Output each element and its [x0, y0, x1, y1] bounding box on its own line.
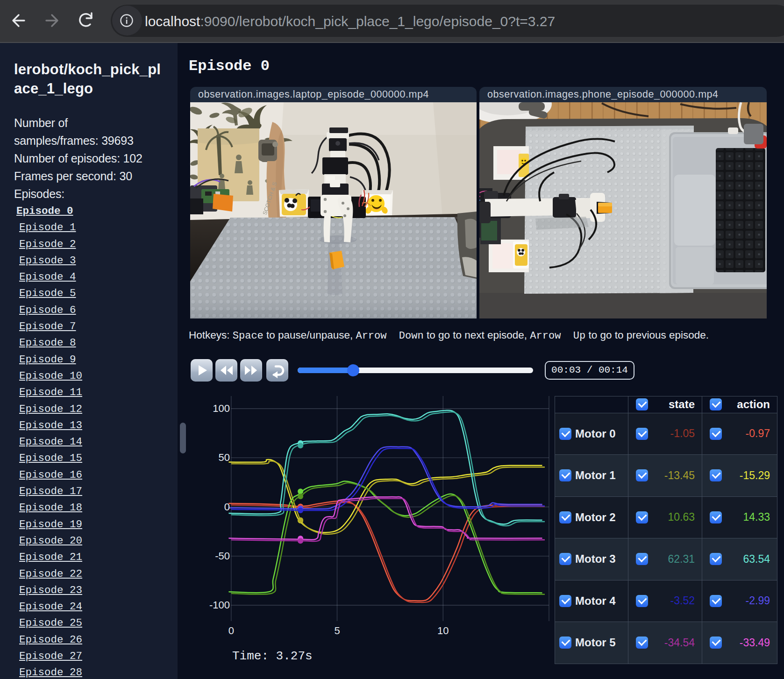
- svg-text:100: 100: [213, 403, 230, 414]
- svg-text:50: 50: [219, 452, 230, 463]
- svg-text:-50: -50: [215, 550, 230, 562]
- svg-text:0: 0: [224, 501, 230, 513]
- svg-text:10: 10: [437, 625, 449, 637]
- svg-text:Time: 3.27s: Time: 3.27s: [232, 649, 313, 663]
- svg-text:5: 5: [334, 625, 340, 637]
- svg-text:0: 0: [228, 625, 234, 637]
- svg-text:-100: -100: [209, 599, 230, 611]
